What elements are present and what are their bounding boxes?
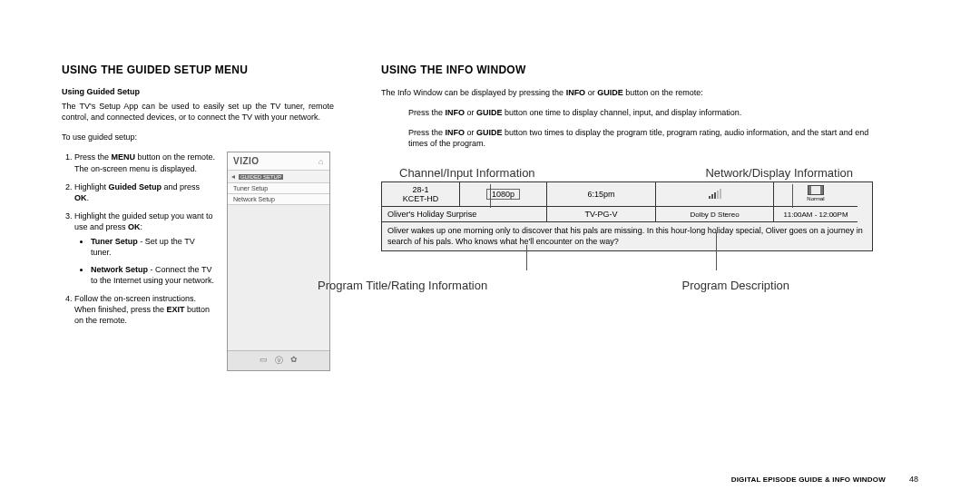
step-3: Highlight the guided setup you want to u…: [74, 211, 216, 286]
steps-list: Press the MENU button on the remote. The…: [62, 152, 216, 326]
rating-cell: TV-PG-V: [547, 207, 656, 222]
footer-icon-gear: ✿: [290, 355, 298, 367]
section-heading: USING THE INFO WINDOW: [381, 64, 880, 76]
footer-icon-wide: ▭: [260, 355, 268, 367]
aspect-cell: Normal: [774, 182, 858, 208]
resolution-cell: 1080p: [460, 182, 547, 208]
callout-line: [716, 232, 717, 270]
timespan-cell: 11:00AM - 12:00PM: [774, 207, 858, 222]
time-cell: 6:15pm: [547, 182, 656, 208]
menu-brand: VIZIO: [233, 156, 260, 166]
info-window-diagram: Channel/Input Information Network/Displa…: [381, 166, 871, 292]
section-heading: USING THE GUIDED SETUP MENU: [62, 64, 334, 76]
signal-cell: [656, 182, 774, 208]
home-icon: ⌂: [318, 157, 324, 166]
audio-cell: Dolby D Stereo: [656, 207, 774, 222]
subsection-heading: Using Guided Setup: [62, 87, 334, 96]
callout-desc: Program Description: [682, 279, 790, 292]
info-p3: Press the INFO or GUIDE button two times…: [408, 127, 880, 149]
callout-line: [792, 184, 793, 208]
page-number: 48: [909, 475, 918, 484]
aspect-icon: [808, 185, 824, 195]
step-4: Follow the on-screen instructions. When …: [74, 293, 216, 326]
callout-title: Program Title/Rating Information: [318, 279, 487, 292]
guided-setup-section: USING THE GUIDED SETUP MENU Using Guided…: [62, 64, 334, 371]
callout-channel: Channel/Input Information: [399, 166, 535, 180]
bullet-tuner: Tuner Setup - Set up the TV tuner.: [91, 236, 216, 258]
step-2: Highlight Guided Setup and press OK.: [74, 181, 216, 203]
info-window-box: 28-1 KCET-HD 1080p 6:15pm Normal Oliver'…: [381, 181, 873, 251]
menu-breadcrumb: GUIDED SETUP: [239, 174, 283, 180]
back-icon: ◂: [231, 172, 235, 181]
program-title-cell: Oliver's Holiday Surprise: [382, 207, 547, 222]
channel-cell: 28-1 KCET-HD: [382, 182, 460, 208]
step-1: Press the MENU button on the remote. The…: [74, 152, 216, 173]
callout-line: [526, 245, 527, 270]
footer-icon-v: ⓥ: [275, 355, 283, 367]
menu-item-tuner: Tuner Setup: [228, 183, 329, 194]
footer-section-label: DIGITAL EPISODE GUIDE & INFO WINDOW: [731, 475, 886, 484]
info-intro: The Info Window can be displayed by pres…: [381, 87, 880, 98]
info-window-section: USING THE INFO WINDOW The Info Window ca…: [381, 64, 880, 371]
description-cell: Oliver wakes up one morning only to disc…: [382, 222, 872, 250]
onscreen-menu-mock: VIZIO ⌂ ◂ GUIDED SETUP Tuner Setup Netwo…: [227, 152, 330, 371]
signal-bars-icon: [709, 190, 721, 199]
callout-network: Network/Display Information: [705, 166, 853, 180]
info-p2: Press the INFO or GUIDE button one time …: [408, 107, 880, 118]
page-footer: DIGITAL EPISODE GUIDE & INFO WINDOW 48: [731, 475, 918, 484]
callout-line: [490, 184, 491, 208]
lead-line: To use guided setup:: [62, 132, 334, 142]
menu-item-network: Network Setup: [228, 194, 329, 205]
intro-paragraph: The TV's Setup App can be used to easily…: [62, 101, 334, 123]
bullet-network: Network Setup - Connect the TV to the In…: [91, 264, 216, 286]
